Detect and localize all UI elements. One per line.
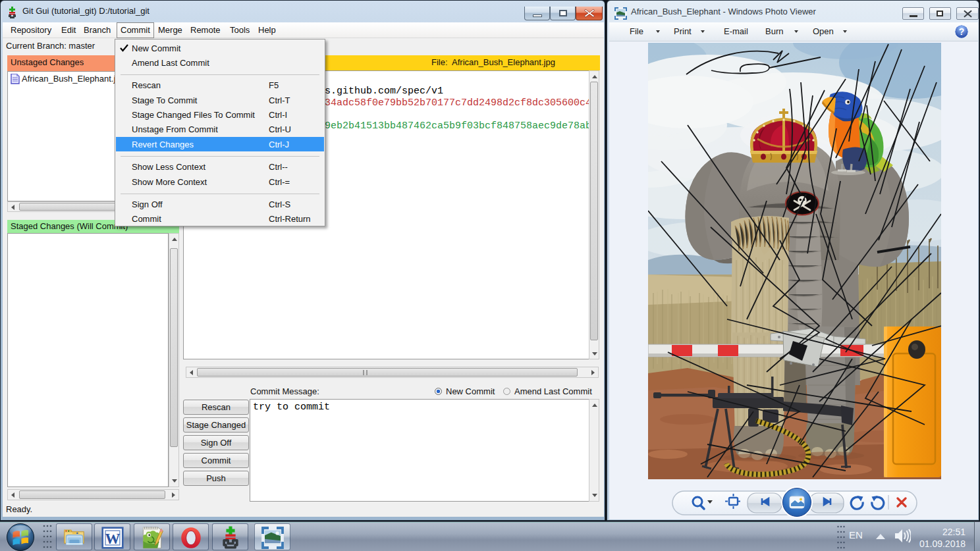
svg-text:W: W bbox=[105, 531, 121, 547]
svg-text:?: ? bbox=[959, 26, 965, 37]
